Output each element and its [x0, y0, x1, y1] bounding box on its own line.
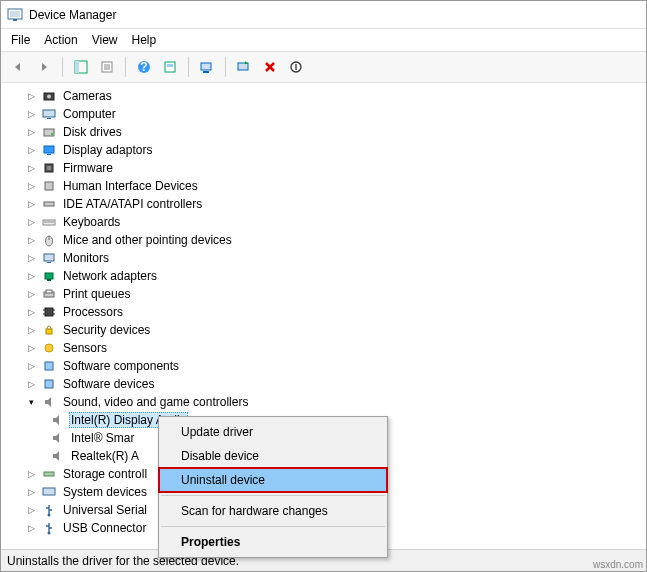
svg-rect-23 — [44, 146, 54, 153]
svg-rect-47 — [45, 380, 53, 388]
collapse-icon[interactable]: ▾ — [25, 396, 37, 408]
expand-icon[interactable]: ▷ — [25, 270, 37, 282]
menu-uninstall-device[interactable]: Uninstall device — [159, 468, 387, 492]
svg-text:?: ? — [140, 60, 147, 74]
tree-node-ide[interactable]: ▷IDE ATA/ATAPI controllers — [1, 195, 646, 213]
security-icon — [41, 322, 57, 338]
uninstall-button[interactable] — [259, 56, 281, 78]
svg-rect-35 — [45, 273, 53, 279]
window-title: Device Manager — [29, 8, 116, 22]
expand-icon[interactable]: ▷ — [25, 234, 37, 246]
svg-rect-39 — [45, 308, 53, 316]
expand-icon[interactable]: ▷ — [25, 108, 37, 120]
help-button[interactable]: ? — [133, 56, 155, 78]
network-icon — [41, 268, 57, 284]
hid-icon — [41, 178, 57, 194]
svg-rect-20 — [47, 118, 51, 119]
show-hide-console-button[interactable] — [70, 56, 92, 78]
tree-node-sw-components[interactable]: ▷Software components — [1, 357, 646, 375]
tree-node-sensors[interactable]: ▷Sensors — [1, 339, 646, 357]
expand-icon[interactable]: ▷ — [25, 378, 37, 390]
expand-icon[interactable]: ▷ — [25, 198, 37, 210]
tree-node-print-queues[interactable]: ▷Print queues — [1, 285, 646, 303]
audio-icon — [49, 412, 65, 428]
audio-icon — [49, 448, 65, 464]
toolbar: ? — [1, 51, 646, 83]
svg-rect-48 — [44, 472, 54, 476]
svg-rect-49 — [43, 488, 55, 495]
forward-button[interactable] — [33, 56, 55, 78]
ide-icon — [41, 196, 57, 212]
tree-node-processors[interactable]: ▷Processors — [1, 303, 646, 321]
tree-node-firmware[interactable]: ▷Firmware — [1, 159, 646, 177]
svg-point-51 — [48, 532, 51, 535]
tree-node-disk-drives[interactable]: ▷Disk drives — [1, 123, 646, 141]
menu-help[interactable]: Help — [132, 33, 157, 47]
menu-action[interactable]: Action — [44, 33, 77, 47]
update-driver-button[interactable] — [233, 56, 255, 78]
properties-button[interactable] — [96, 56, 118, 78]
mouse-icon — [41, 232, 57, 248]
tree-node-mice[interactable]: ▷Mice and other pointing devices — [1, 231, 646, 249]
menu-update-driver[interactable]: Update driver — [159, 420, 387, 444]
tree-node-security[interactable]: ▷Security devices — [1, 321, 646, 339]
audio-icon — [49, 430, 65, 446]
svg-rect-13 — [201, 63, 211, 70]
expand-icon[interactable]: ▷ — [25, 468, 37, 480]
scan-hardware-button[interactable] — [196, 56, 218, 78]
menu-file[interactable]: File — [11, 33, 30, 47]
monitor-icon — [41, 250, 57, 266]
expand-icon[interactable]: ▷ — [25, 162, 37, 174]
expand-icon[interactable]: ▷ — [25, 90, 37, 102]
expand-icon[interactable]: ▷ — [25, 342, 37, 354]
menu-disable-device[interactable]: Disable device — [159, 444, 387, 468]
firmware-icon — [41, 160, 57, 176]
tree-node-hid[interactable]: ▷Human Interface Devices — [1, 177, 646, 195]
svg-point-50 — [48, 514, 51, 517]
expand-icon[interactable]: ▷ — [25, 360, 37, 372]
expand-icon[interactable]: ▷ — [25, 288, 37, 300]
tree-node-monitors[interactable]: ▷Monitors — [1, 249, 646, 267]
expand-icon[interactable]: ▷ — [25, 306, 37, 318]
expand-icon[interactable]: ▷ — [25, 144, 37, 156]
expand-icon[interactable]: ▷ — [25, 504, 37, 516]
expand-icon[interactable]: ▷ — [25, 180, 37, 192]
tree-node-keyboards[interactable]: ▷Keyboards — [1, 213, 646, 231]
menu-separator — [161, 495, 385, 496]
menu-view[interactable]: View — [92, 33, 118, 47]
svg-rect-1 — [10, 11, 20, 17]
tree-node-computer[interactable]: ▷Computer — [1, 105, 646, 123]
expand-icon[interactable]: ▷ — [25, 126, 37, 138]
computer-icon — [41, 106, 57, 122]
svg-rect-46 — [45, 362, 53, 370]
disable-button[interactable] — [285, 56, 307, 78]
app-icon — [7, 7, 23, 23]
back-button[interactable] — [7, 56, 29, 78]
keyboard-icon — [41, 214, 57, 230]
tree-node-sw-devices[interactable]: ▷Software devices — [1, 375, 646, 393]
tree-node-cameras[interactable]: ▷Cameras — [1, 87, 646, 105]
tree-node-display-adaptors[interactable]: ▷Display adaptors — [1, 141, 646, 159]
expand-icon[interactable]: ▷ — [25, 324, 37, 336]
tree-node-network[interactable]: ▷Network adapters — [1, 267, 646, 285]
expand-icon[interactable]: ▷ — [25, 522, 37, 534]
menu-scan-hardware[interactable]: Scan for hardware changes — [159, 499, 387, 523]
action-button[interactable] — [159, 56, 181, 78]
svg-rect-14 — [203, 71, 209, 73]
expand-icon[interactable]: ▷ — [25, 252, 37, 264]
svg-rect-36 — [47, 279, 51, 281]
svg-rect-12 — [167, 64, 173, 67]
toolbar-separator — [62, 57, 63, 77]
watermark: wsxdn.com — [593, 559, 643, 570]
menu-properties[interactable]: Properties — [159, 530, 387, 554]
software-icon — [41, 376, 57, 392]
svg-point-45 — [45, 344, 53, 352]
usb-icon — [41, 502, 57, 518]
expand-icon[interactable]: ▷ — [25, 216, 37, 228]
svg-point-22 — [51, 133, 53, 135]
sensor-icon — [41, 340, 57, 356]
titlebar: Device Manager — [1, 1, 646, 29]
usb-icon — [41, 520, 57, 536]
expand-icon[interactable]: ▷ — [25, 486, 37, 498]
tree-node-sound[interactable]: ▾Sound, video and game controllers — [1, 393, 646, 411]
